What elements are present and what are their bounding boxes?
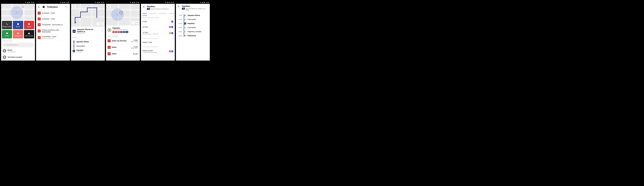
tile-metro[interactable]: METRO <box>13 21 23 29</box>
day-tabs: TODAYWEEKDAYSSATURDAYSSUNDAYS <box>141 11 175 16</box>
line-badge: 3 <box>115 31 117 33</box>
stops-label: STOPS <box>71 36 105 39</box>
departure-row[interactable]: 1Stotis5 min310:03, 10:17 <box>106 44 140 51</box>
clock: 12:30 <box>136 2 139 3</box>
screen-departures: 12:30 Papiškės 101 Spaudos Rūmai via Vyd… <box>141 1 175 61</box>
destination-home[interactable]: Homeat Labdarių st. › <box>1 48 35 54</box>
back-button[interactable] <box>178 5 180 8</box>
stop-dot-icon <box>185 19 186 20</box>
back-button[interactable] <box>38 6 40 8</box>
tile-nearby-stops[interactable]: NEARBY STOPS <box>2 21 12 29</box>
route-row[interactable]: 1Antakalnis - Stotis <box>36 10 70 16</box>
chevron-right-icon: › <box>102 41 103 43</box>
route-number-badge: 1 <box>108 39 110 42</box>
stop-name: Spaudos Rūmai <box>76 41 101 43</box>
header: Papiškės 101 Spaudos Rūmai via Vydūno g.… <box>176 4 210 12</box>
overflow-menu[interactable] <box>138 29 138 31</box>
stop-pin-icon[interactable] <box>22 6 24 8</box>
departure-row[interactable]: 1Stotis via Žirmūnai4 min410:01, 11:47 <box>106 38 140 44</box>
svg-rect-3 <box>17 23 19 25</box>
trip-stop[interactable]: 10:07Spaudos Rūmai <box>176 13 210 17</box>
svg-rect-9 <box>64 2 65 3</box>
route-badges: 13R3988N <box>112 31 136 33</box>
schedule-row[interactable]: Every 10 min1-asis troleibusų parkas <box>141 48 175 55</box>
realtime-departure[interactable]: 10 min <box>141 24 175 30</box>
departure-time: 10 min <box>142 26 169 28</box>
trip-stop[interactable]: 10:424Rastinėnai <box>176 34 210 38</box>
route-row[interactable]: 2Saulėtekis - Stotis <box>36 16 70 22</box>
tab-sundays[interactable]: SUNDAYS <box>169 11 175 16</box>
tile-buses[interactable]: BUSES <box>2 30 12 38</box>
destination-set-home[interactable]: Set Home Location › <box>1 54 35 60</box>
wifi-icon <box>165 2 166 3</box>
stop-item[interactable]: Čekoniškės› <box>73 44 103 48</box>
search-button[interactable] <box>65 5 68 9</box>
wifi-icon <box>200 2 201 3</box>
compass-button[interactable] <box>132 21 135 24</box>
current-location-dot <box>117 14 118 15</box>
locate-button[interactable] <box>136 21 139 24</box>
wait-time: 4 min4 <box>131 39 138 41</box>
svg-rect-4 <box>28 23 30 25</box>
tab-saturdays[interactable]: SATURDAYS <box>159 11 167 16</box>
trip-stop[interactable]: 10:324Čekoniškės <box>176 25 210 30</box>
status-bar: 12:30 <box>141 1 175 4</box>
tile-minibuses[interactable]: MINIBUSES <box>13 30 23 38</box>
line-badge: 88N <box>125 31 128 33</box>
line-badge: R <box>118 31 120 33</box>
route-badge: 101 <box>73 30 76 33</box>
feature-icon <box>171 26 173 28</box>
line-badge: 9 <box>123 31 125 33</box>
locate-button[interactable] <box>100 22 104 26</box>
stop-name: Spaudos Rūmai <box>188 14 208 16</box>
back-button[interactable] <box>107 5 111 9</box>
route-row[interactable]: 7Karoliniškės - StotisValid till 2017/03… <box>36 34 70 41</box>
overflow-menu[interactable] <box>208 5 208 7</box>
trip-stop[interactable]: 10:374Rastinėnų mokykla <box>176 30 210 34</box>
route-row[interactable]: 4Vilniaus autobusų stotis - Babrukiškės <box>36 28 70 34</box>
trip-stop[interactable]: 10:154Čekoniškės <box>176 17 210 21</box>
header: Papiškės 101 Spaudos Rūmai via Vydūno g. <box>141 4 175 11</box>
overflow-menu[interactable] <box>173 5 173 7</box>
battery-icon <box>134 2 135 3</box>
back-button[interactable] <box>72 5 76 9</box>
map[interactable] <box>1 4 35 20</box>
svg-rect-15 <box>99 2 100 3</box>
stop-header: Papiškės towards Šiaurės miestelis 13R39… <box>106 25 140 35</box>
trip-stop[interactable]: 10:254101Papiškės <box>176 21 210 25</box>
signal-icon <box>27 2 28 3</box>
stop-item[interactable]: Spaudos Rūmai› <box>73 40 103 44</box>
back-button[interactable] <box>142 5 145 8</box>
tile-trains[interactable]: TRAINS <box>24 21 34 29</box>
compass-button[interactable] <box>96 22 100 26</box>
chevron-right-icon: › <box>33 50 33 52</box>
route-name: Karoliniškės - StotisValid till 2017/03/… <box>42 36 68 39</box>
section-label: TROLLEYBUSES <box>106 35 140 38</box>
route-map[interactable] <box>71 4 105 27</box>
stop-marker-icon[interactable] <box>120 11 122 14</box>
search-input[interactable]: Get Directions to... <box>2 43 34 47</box>
stop-name: Papiškės <box>188 23 208 24</box>
realtime-label: REAL-TIME DEPARTURES <box>141 16 175 19</box>
tab-weekdays[interactable]: WEEKDAYS <box>149 11 157 16</box>
realtime-departure[interactable]: 5 min <box>141 19 175 24</box>
departure-row[interactable]: 3Stotis15 min2 <box>106 51 140 57</box>
wait-time: 15 min2 <box>133 53 138 55</box>
route-direction: Spaudos Rūmai via Vydūno g. <box>150 8 169 10</box>
schedule-row[interactable]: Every 7 min <box>141 40 175 45</box>
page-title: Papiškės <box>182 5 206 7</box>
route-row[interactable]: 3Karoliniškės - Šeimyniškių st. <box>36 22 70 28</box>
realtime-departure[interactable]: 12 minvia Žirmūnai st. · TRF 012 <box>141 30 175 37</box>
swap-direction-button[interactable] <box>101 30 103 33</box>
svg-point-18 <box>87 11 88 12</box>
svg-rect-6 <box>17 33 19 34</box>
wifi-icon <box>95 2 96 3</box>
tab-today[interactable]: TODAY <box>142 11 147 16</box>
tile-ride-hailing[interactable]: RIDE HAILING <box>24 30 34 38</box>
status-bar: 12:30 <box>71 1 105 4</box>
stop-map[interactable] <box>106 4 140 25</box>
signal-icon <box>202 2 203 3</box>
current-location-dot <box>16 12 17 13</box>
stop-item[interactable]: 101Papiškės6 min walk› <box>73 48 103 54</box>
route-name: Saulėtekis - Stotis <box>42 18 68 20</box>
